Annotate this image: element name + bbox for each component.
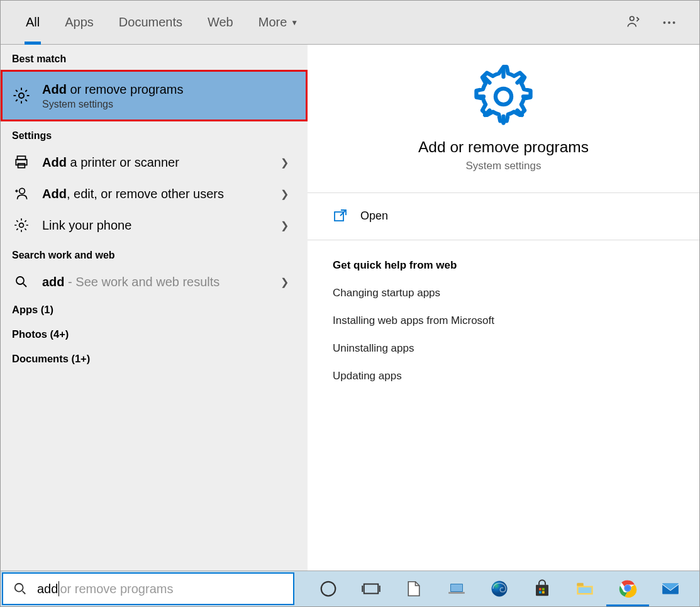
svg-point-11 bbox=[496, 89, 511, 104]
svg-rect-18 bbox=[448, 592, 465, 594]
svg-point-10 bbox=[16, 277, 24, 284]
feedback-icon[interactable] bbox=[616, 14, 652, 31]
search-icon bbox=[13, 582, 27, 596]
taskbar-task-view[interactable] bbox=[350, 571, 392, 606]
open-icon bbox=[333, 208, 348, 223]
svg-rect-22 bbox=[542, 588, 545, 591]
more-options-icon[interactable] bbox=[652, 14, 687, 31]
section-best-match: Best match bbox=[1, 45, 308, 70]
add-user-icon bbox=[12, 184, 31, 203]
result-subtitle: System settings bbox=[42, 99, 296, 110]
tab-web[interactable]: Web bbox=[195, 1, 246, 44]
tab-all[interactable]: All bbox=[13, 1, 52, 44]
chevron-right-icon: ❯ bbox=[273, 220, 296, 231]
chevron-right-icon: ❯ bbox=[273, 276, 296, 288]
result-detail-panel: Add or remove programs System settings O… bbox=[308, 45, 699, 571]
result-link-phone[interactable]: Link your phone ❯ bbox=[1, 209, 308, 241]
svg-rect-26 bbox=[579, 588, 592, 593]
quickhelp-updating-apps[interactable]: Updating apps bbox=[308, 362, 699, 390]
result-match-bold: Add bbox=[42, 82, 67, 96]
printer-icon bbox=[12, 153, 31, 172]
text-cursor bbox=[58, 581, 59, 596]
svg-point-9 bbox=[19, 223, 24, 228]
search-icon bbox=[12, 272, 31, 291]
svg-point-1 bbox=[663, 21, 665, 24]
svg-point-3 bbox=[673, 21, 675, 24]
detail-hero: Add or remove programs System settings bbox=[308, 45, 699, 193]
taskbar-app-edge[interactable] bbox=[478, 571, 521, 606]
taskbar-app-libreoffice[interactable] bbox=[392, 571, 435, 606]
result-add-remove-programs[interactable]: Add or remove programs System settings bbox=[1, 70, 308, 121]
tab-apps[interactable]: Apps bbox=[52, 1, 106, 44]
section-settings: Settings bbox=[1, 121, 308, 147]
search-results-list: Best match Add or remove programs System… bbox=[1, 45, 308, 571]
svg-point-4 bbox=[19, 93, 24, 98]
svg-point-8 bbox=[19, 188, 25, 194]
quickhelp-install-web-apps[interactable]: Installing web apps from Microsoft bbox=[308, 307, 699, 335]
search-completion-text: or remove programs bbox=[60, 582, 173, 596]
result-add-users[interactable]: Add, edit, or remove other users ❯ bbox=[1, 178, 308, 209]
category-apps[interactable]: Apps (1) bbox=[1, 298, 308, 322]
svg-point-14 bbox=[321, 582, 336, 596]
category-documents[interactable]: Documents (1+) bbox=[1, 347, 308, 371]
detail-subtitle: System settings bbox=[466, 160, 542, 172]
svg-rect-23 bbox=[539, 591, 542, 594]
svg-rect-21 bbox=[539, 588, 542, 591]
taskbar-app-laptop[interactable] bbox=[435, 571, 478, 606]
taskbar-app-mail[interactable] bbox=[649, 571, 692, 606]
tab-more-label: More bbox=[258, 15, 287, 30]
section-work-web: Search work and web bbox=[1, 241, 308, 266]
gear-icon bbox=[470, 64, 536, 130]
result-add-printer[interactable]: Add a printer or scanner ❯ bbox=[1, 147, 308, 178]
chevron-right-icon: ❯ bbox=[273, 188, 296, 200]
detail-title: Add or remove programs bbox=[418, 138, 589, 156]
taskbar-app-file-explorer[interactable] bbox=[564, 571, 606, 606]
quickhelp-startup-apps[interactable]: Changing startup apps bbox=[308, 279, 699, 307]
chevron-right-icon: ❯ bbox=[273, 157, 296, 169]
svg-point-2 bbox=[668, 21, 670, 24]
search-scope-tabs: All Apps Documents Web More ▼ bbox=[1, 1, 699, 45]
svg-point-30 bbox=[625, 585, 630, 590]
search-typed-text: add bbox=[37, 582, 58, 596]
category-photos[interactable]: Photos (4+) bbox=[1, 322, 308, 347]
svg-point-0 bbox=[630, 16, 635, 21]
search-input[interactable]: add or remove programs bbox=[2, 572, 294, 605]
taskbar-app-store[interactable] bbox=[521, 571, 564, 606]
tab-documents[interactable]: Documents bbox=[106, 1, 195, 44]
svg-rect-17 bbox=[451, 584, 462, 591]
svg-rect-7 bbox=[18, 164, 25, 168]
taskbar-app-chrome[interactable] bbox=[606, 571, 649, 606]
svg-rect-24 bbox=[542, 591, 545, 594]
taskbar: add or remove programs bbox=[1, 571, 699, 606]
chevron-down-icon: ▼ bbox=[291, 18, 298, 27]
svg-point-13 bbox=[15, 584, 23, 592]
svg-rect-15 bbox=[364, 584, 379, 594]
open-label: Open bbox=[360, 209, 388, 223]
quickhelp-uninstall-apps[interactable]: Uninstalling apps bbox=[308, 335, 699, 362]
svg-rect-25 bbox=[577, 583, 583, 586]
open-button[interactable]: Open bbox=[308, 193, 699, 240]
quick-help-header: Get quick help from web bbox=[308, 240, 699, 279]
tab-more[interactable]: More ▼ bbox=[246, 1, 311, 44]
result-match-rest: or remove programs bbox=[67, 82, 184, 96]
result-web-add[interactable]: add - See work and web results ❯ bbox=[1, 266, 308, 298]
taskbar-cortana[interactable] bbox=[307, 571, 350, 606]
gear-icon bbox=[12, 86, 31, 105]
gear-icon bbox=[12, 216, 31, 235]
